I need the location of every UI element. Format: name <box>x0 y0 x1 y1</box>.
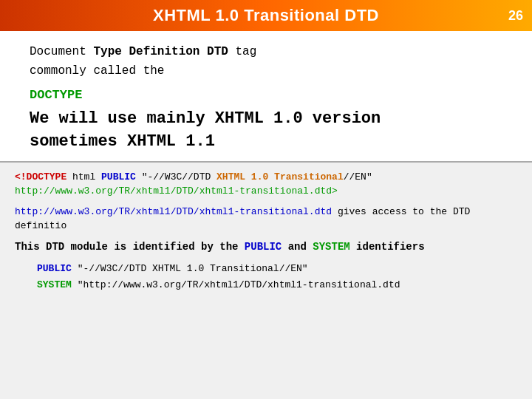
bold-end: identifiers <box>350 241 425 253</box>
intro-line1: Document Type Definition DTD tag <box>30 45 256 58</box>
identifiers-block: PUBLIC "-//W3C//DTD XHTML 1.0 Transition… <box>37 261 517 293</box>
bottom-content: <!DOCTYPE html PUBLIC "-//W3C//DTD XHTML… <box>0 163 532 399</box>
slide-title: XHTML 1.0 Transitional DTD <box>153 6 379 25</box>
doctype-label: DOCTYPE <box>30 88 502 102</box>
bold-and: and <box>282 241 313 253</box>
url-link: http://www.w3.org/TR/xhtml1/DTD/xhtml1-t… <box>15 206 332 217</box>
bold-statement: This DTD module is identified by the PUB… <box>15 239 517 255</box>
main-line1: We will use mainly XHTML 1.0 version <box>30 109 381 128</box>
doctype-tag: <!DOCTYPE <box>15 171 66 183</box>
doctype-html: html <box>66 171 101 183</box>
doctype-public-kw: PUBLIC <box>101 171 136 183</box>
doctype-url: http://www.w3.org/TR/xhtml1/DTD/xhtml1-t… <box>15 185 338 197</box>
doctype-declaration: <!DOCTYPE html PUBLIC "-//W3C//DTD XHTML… <box>15 170 517 199</box>
intro-paragraph: Document Type Definition DTD tag commonl… <box>30 43 502 81</box>
system-keyword: SYSTEM <box>313 241 349 253</box>
slide-number: 26 <box>508 8 523 24</box>
doctype-xhtml-version: XHTML 1.0 Transitional <box>216 171 344 183</box>
system-identifier-line: SYSTEM "http://www.w3.org/TR/xhtml1/DTD/… <box>37 277 517 293</box>
main-line2: sometimes XHTML 1.1 <box>30 132 215 151</box>
slide-header: XHTML 1.0 Transitional DTD 26 <box>0 0 532 31</box>
system-label: SYSTEM <box>37 279 72 290</box>
intro-line2: commonly called the <box>30 64 164 78</box>
public-identifier-line: PUBLIC "-//W3C//DTD XHTML 1.0 Transition… <box>37 261 517 277</box>
doctype-en: //EN" <box>344 171 372 183</box>
url-reference-line: http://www.w3.org/TR/xhtml1/DTD/xhtml1-t… <box>15 205 517 233</box>
top-content: Document Type Definition DTD tag commonl… <box>0 31 532 163</box>
doctype-dtd-text: "-//W3C//DTD <box>136 171 216 183</box>
main-statement: We will use mainly XHTML 1.0 version som… <box>30 108 502 154</box>
public-value: "-//W3C//DTD XHTML 1.0 Transitional//EN" <box>78 263 308 274</box>
public-keyword: PUBLIC <box>245 241 282 253</box>
public-label: PUBLIC <box>37 263 72 274</box>
system-value: "http://www.w3.org/TR/xhtml1/DTD/xhtml1-… <box>78 279 400 290</box>
bold-stmt-text: This DTD module is identified by the <box>15 241 245 253</box>
